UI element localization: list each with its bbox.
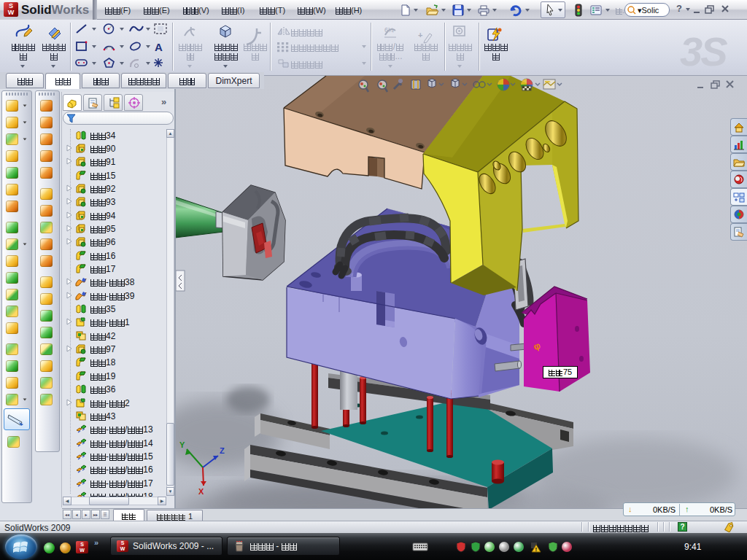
- svg-text:Z: Z: [220, 446, 225, 455]
- svg-text:X: X: [198, 487, 204, 496]
- svg-text:Y: Y: [179, 440, 185, 449]
- svg-text:+: +: [418, 31, 422, 39]
- svg-text:6¼: 6¼: [384, 26, 394, 34]
- svg-text:!: !: [535, 546, 538, 553]
- svg-text:A: A: [155, 41, 163, 52]
